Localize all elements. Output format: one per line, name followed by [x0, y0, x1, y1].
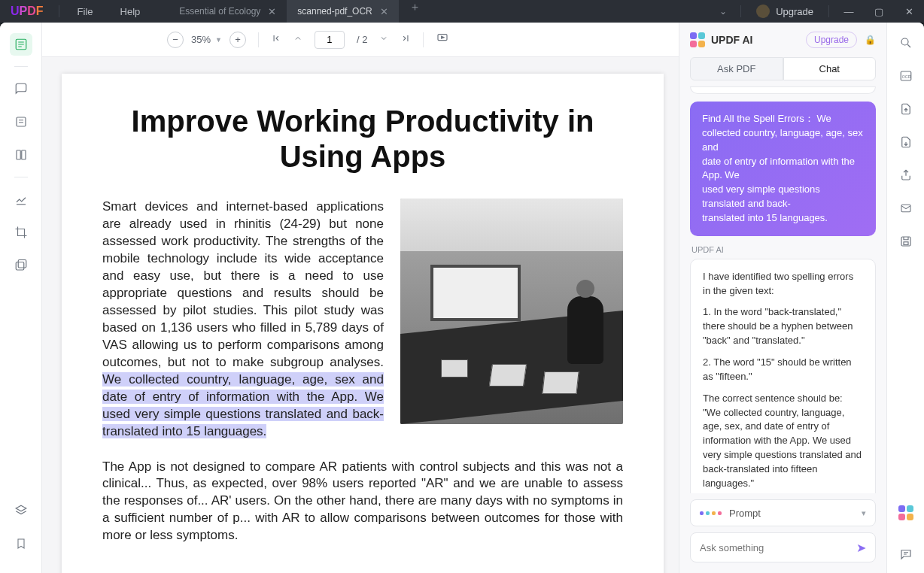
- svg-rect-1: [17, 117, 26, 126]
- svg-text:OCR: OCR: [901, 74, 910, 79]
- next-page-icon[interactable]: [379, 34, 388, 45]
- prompt-label: Prompt: [729, 508, 761, 519]
- prev-page-icon[interactable]: [293, 34, 302, 45]
- new-tab-button[interactable]: ＋: [399, 0, 431, 23]
- chevron-down-icon: ▼: [215, 36, 222, 44]
- first-page-icon[interactable]: [271, 33, 281, 46]
- comment-tool-icon[interactable]: [10, 77, 32, 100]
- zoom-out-button[interactable]: −: [167, 32, 184, 48]
- edit-text-tool-icon[interactable]: [10, 111, 32, 133]
- ai-upgrade-button[interactable]: Upgrade: [806, 32, 857, 48]
- upgrade-label: Upgrade: [776, 6, 813, 17]
- share-icon[interactable]: [896, 165, 916, 185]
- tab-chat[interactable]: Chat: [783, 57, 877, 80]
- previous-message-stub: [690, 86, 876, 94]
- tab-essential-ecology[interactable]: Essential of Ecology ✕: [169, 0, 287, 23]
- body-text[interactable]: Smart devices and internet-based applica…: [102, 199, 384, 440]
- convert-file-icon[interactable]: [896, 132, 916, 152]
- svg-rect-3: [21, 150, 25, 159]
- ai-brand: UPDF AI: [690, 32, 752, 47]
- fill-sign-tool-icon[interactable]: [10, 188, 32, 211]
- ai-input-bar: ➤: [690, 532, 876, 562]
- ai-conversation[interactable]: Find All the Spell Errors： We collected …: [679, 86, 886, 493]
- svg-rect-12: [904, 242, 908, 245]
- view-toolbar: − 35%▼ + / 2: [42, 23, 679, 57]
- slideshow-icon[interactable]: [436, 32, 449, 47]
- page-organize-tool-icon[interactable]: [10, 144, 32, 166]
- avatar: [756, 5, 770, 18]
- selected-text[interactable]: We collected country, language, age, sex…: [102, 372, 384, 438]
- zoom-value: 35%: [191, 34, 211, 45]
- chevron-down-icon: ▾: [862, 508, 866, 518]
- body-text-continued[interactable]: The App is not designed to compare AR pa…: [102, 459, 623, 545]
- article-image: [400, 199, 623, 424]
- pdf-page: Improve Working Productivity in Using Ap…: [62, 74, 664, 573]
- menu-file[interactable]: File: [64, 6, 107, 17]
- page-title: Improve Working Productivity in Using Ap…: [102, 104, 623, 174]
- document-viewport[interactable]: Improve Working Productivity in Using Ap…: [42, 57, 679, 573]
- svg-rect-10: [901, 205, 910, 211]
- menu-help[interactable]: Help: [107, 6, 154, 17]
- svg-point-7: [901, 38, 908, 45]
- svg-rect-5: [18, 260, 26, 268]
- prompt-templates-button[interactable]: Prompt ▾: [690, 499, 876, 526]
- email-icon[interactable]: [896, 199, 916, 218]
- lock-icon[interactable]: 🔒: [865, 35, 876, 45]
- save-icon[interactable]: [896, 232, 916, 251]
- menubar: UPDF File Help Essential of Ecology ✕ sc…: [0, 0, 924, 23]
- zoom-in-button[interactable]: +: [229, 32, 246, 48]
- tab-scanned-pdf-ocr[interactable]: scanned-pdf_OCR ✕: [287, 0, 398, 23]
- zoom-level-dropdown[interactable]: 35%▼: [191, 34, 222, 45]
- upgrade-account-button[interactable]: Upgrade: [746, 5, 824, 18]
- ai-sender-label: UPDF AI: [691, 245, 876, 254]
- ai-message: I have identified two spelling errors in…: [690, 259, 876, 493]
- ai-input[interactable]: [700, 542, 856, 553]
- crop-tool-icon[interactable]: [10, 221, 32, 244]
- reader-mode-icon[interactable]: [10, 33, 32, 56]
- chat-history-icon[interactable]: [896, 544, 916, 564]
- close-icon[interactable]: ✕: [268, 6, 276, 17]
- page-number-input[interactable]: [315, 31, 345, 49]
- export-file-icon[interactable]: [896, 99, 916, 119]
- layers-icon[interactable]: [10, 499, 32, 522]
- send-icon[interactable]: ➤: [856, 541, 866, 555]
- left-tool-rail: [0, 23, 42, 573]
- ai-launcher-icon[interactable]: [895, 502, 916, 523]
- tab-title: Essential of Ecology: [179, 6, 260, 17]
- user-message: Find All the Spell Errors： We collected …: [690, 102, 876, 236]
- prompt-icon: [700, 511, 722, 515]
- svg-rect-4: [16, 262, 24, 271]
- tab-ask-pdf[interactable]: Ask PDF: [690, 57, 783, 80]
- last-page-icon[interactable]: [400, 33, 411, 46]
- maximize-button[interactable]: ▢: [864, 6, 894, 17]
- tabs-overflow-icon[interactable]: ⌄: [710, 6, 736, 17]
- document-area: − 35%▼ + / 2 Improve Working Productivit…: [42, 23, 679, 573]
- app-logo: UPDF: [0, 5, 54, 18]
- updf-ai-logo-icon: [690, 32, 705, 47]
- bookmark-icon[interactable]: [10, 532, 32, 555]
- tab-title: scanned-pdf_OCR: [297, 6, 372, 17]
- minimize-button[interactable]: —: [834, 6, 864, 17]
- close-icon[interactable]: ✕: [380, 6, 388, 17]
- right-tool-rail: OCR: [886, 23, 924, 573]
- page-total: / 2: [357, 34, 367, 45]
- close-window-button[interactable]: ✕: [894, 6, 924, 17]
- redact-tool-icon[interactable]: [10, 254, 32, 277]
- ai-panel: UPDF AI Upgrade 🔒 Ask PDF Chat Find All …: [679, 23, 886, 573]
- svg-rect-2: [17, 150, 20, 159]
- ocr-icon[interactable]: OCR: [896, 66, 916, 86]
- search-icon[interactable]: [896, 33, 916, 53]
